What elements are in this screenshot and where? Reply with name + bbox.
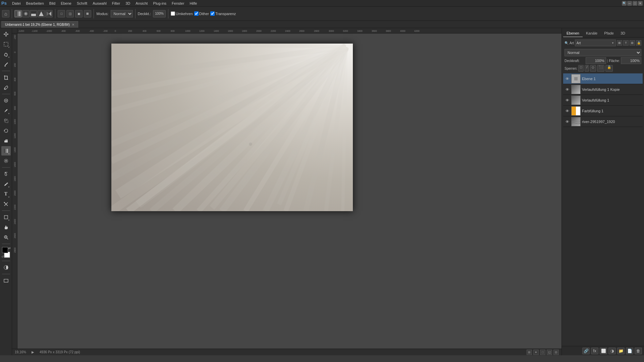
area-input-wrapper[interactable]: 100% — [621, 57, 641, 64]
minimize-button[interactable]: ─ — [627, 1, 632, 6]
menu-plugins[interactable]: Plug-ins — [150, 1, 169, 6]
mode-select[interactable]: Normal — [111, 10, 133, 17]
arrange-button-1[interactable]: □ — [58, 10, 65, 17]
layer-style-button[interactable]: fx — [591, 348, 598, 354]
gradient-tool-1[interactable] — [14, 10, 22, 17]
hand-tool[interactable] — [1, 223, 11, 232]
quick-mask-button[interactable] — [1, 263, 11, 272]
menu-bild[interactable]: Bild — [47, 1, 58, 6]
invert-label[interactable]: Umkehren — [176, 12, 193, 16]
type-tool[interactable]: T ▼ — [1, 189, 11, 199]
dodge-tool[interactable] — [1, 169, 11, 179]
layer-item-verlauf-kopie[interactable]: 👁 Verlaufsfüllung 1 Kopie — [563, 84, 643, 95]
menu-bearbeiten[interactable]: Bearbeiten — [23, 1, 47, 6]
screen-mode-button[interactable] — [1, 276, 11, 285]
selection-tool[interactable]: ▼ — [1, 40, 11, 49]
tab-3d[interactable]: 3D — [617, 30, 629, 37]
layer-icon-2[interactable]: T — [623, 40, 629, 46]
menu-datei[interactable]: Datei — [9, 1, 23, 6]
arrange-button-4[interactable]: ▩ — [84, 10, 91, 17]
arrange-button-3[interactable]: ▣ — [75, 10, 83, 17]
lock-btn-3[interactable]: ◇ — [590, 65, 596, 72]
transparency-label[interactable]: Transparenz — [215, 12, 236, 16]
gradient-tool-3[interactable] — [30, 10, 37, 17]
workspace[interactable] — [17, 34, 561, 349]
search-icon[interactable]: 🔍 — [622, 1, 627, 6]
swap-colors-icon[interactable]: ⇄ — [8, 246, 11, 250]
healing-tool[interactable] — [1, 96, 11, 105]
link-layers-button[interactable]: 🔗 — [582, 348, 590, 354]
menu-schrift[interactable]: Schrift — [74, 1, 90, 6]
layer-visibility-verlauf[interactable]: 👁 — [565, 98, 570, 103]
layer-item-farbfuellung[interactable]: 👁 Farbfüllung 1 — [563, 106, 643, 116]
status-btn-1[interactable]: ⊞ — [527, 350, 532, 355]
lasso-tool[interactable]: ▼ — [1, 50, 11, 59]
tab-channels[interactable]: Kanäle — [583, 30, 601, 37]
status-btn-5[interactable]: ⊟ — [553, 350, 559, 355]
arrange-button-2[interactable]: ◫ — [66, 10, 74, 17]
crop-tool[interactable] — [1, 73, 11, 82]
menu-filter[interactable]: Filter — [109, 1, 123, 6]
layer-icon-1[interactable]: ⊠ — [617, 40, 622, 46]
history-brush-tool[interactable] — [1, 126, 11, 135]
clone-tool[interactable] — [1, 116, 11, 125]
invert-checkbox[interactable] — [171, 11, 175, 16]
menu-3d[interactable]: 3D — [123, 1, 133, 6]
layer-visibility-farbfuellung[interactable]: 👁 — [565, 108, 570, 114]
transparency-checkbox[interactable] — [210, 11, 215, 16]
pen-tool[interactable]: ▼ — [1, 179, 11, 189]
path-selection-tool[interactable] — [1, 199, 11, 209]
layer-visibility-ebene1[interactable]: 👁 — [565, 76, 570, 81]
tab-close-icon[interactable]: ✕ — [72, 23, 74, 26]
add-mask-button[interactable]: ⬜ — [600, 348, 607, 354]
zoom-tool[interactable] — [1, 233, 11, 242]
adjustment-layer-button[interactable]: ◑ — [608, 348, 616, 354]
document-tab[interactable]: Unbenannt-1 bei 19,2% (Ebene 1, RGB/8#) … — [1, 21, 78, 28]
tab-paths[interactable]: Pfade — [601, 30, 617, 37]
color-picker[interactable]: ⇄ ↺ — [1, 246, 11, 258]
gradient-tool-5[interactable] — [45, 10, 53, 17]
layer-mode-select[interactable]: Normal — [565, 49, 641, 56]
delete-layer-button[interactable]: 🗑 — [635, 348, 642, 354]
tab-layers[interactable]: Ebenen — [563, 30, 583, 37]
dither-checkbox[interactable] — [194, 11, 199, 16]
layer-item-verlauf[interactable]: 👁 Verlaufsfüllung 1 — [563, 95, 643, 106]
opacity-value-display[interactable]: 100% — [153, 10, 166, 17]
layer-visibility-verlauf-kopie[interactable]: 👁 — [565, 87, 570, 92]
gradient-tool-2[interactable] — [22, 10, 30, 17]
menu-hilfe[interactable]: Hilfe — [187, 1, 200, 6]
eyedropper-tool[interactable] — [1, 83, 11, 92]
new-group-button[interactable]: 📁 — [617, 348, 625, 354]
move-tool[interactable] — [1, 29, 11, 39]
lock-btn-5[interactable]: 🔒 — [605, 65, 613, 72]
layer-item-ebene1[interactable]: 👁 Ebene 1 — [563, 73, 643, 84]
lock-btn-2[interactable]: / — [585, 65, 589, 72]
eraser-tool[interactable] — [1, 136, 11, 145]
new-layer-button[interactable]: 📄 — [626, 348, 633, 354]
menu-fenster[interactable]: Fenster — [169, 1, 187, 6]
lock-btn-4[interactable]: ⬛ — [597, 65, 604, 72]
status-btn-3[interactable]: □ — [540, 350, 545, 355]
maximize-button[interactable]: □ — [633, 1, 637, 6]
layer-icon-3[interactable]: ⊞ — [630, 40, 635, 46]
status-btn-4[interactable]: ◱ — [547, 350, 552, 355]
foreground-color-swatch[interactable] — [2, 247, 8, 253]
layer-item-river[interactable]: 👁 river-2951997_1920 — [563, 116, 643, 127]
layer-visibility-river[interactable]: 👁 — [565, 119, 570, 124]
blur-tool[interactable] — [1, 156, 11, 166]
menu-ansicht[interactable]: Ansicht — [133, 1, 150, 6]
lock-btn-1[interactable]: □ — [578, 65, 584, 72]
layer-icon-4[interactable]: 🔒 — [636, 40, 641, 46]
layer-type-select-wrapper[interactable]: Art ▼ — [575, 40, 616, 46]
opacity-input-wrapper[interactable]: 100% — [586, 57, 606, 64]
magic-wand-tool[interactable] — [1, 60, 11, 69]
home-button[interactable]: ⌂ — [2, 10, 9, 17]
brush-tool[interactable]: ▼ — [1, 106, 11, 115]
gradient-tool-4[interactable] — [38, 10, 45, 17]
gradient-fill-tool[interactable]: ▼ — [1, 146, 11, 156]
reset-colors-icon[interactable]: ↺ — [1, 255, 4, 258]
status-btn-2[interactable]: ✦ — [533, 350, 539, 355]
close-button[interactable]: ✕ — [638, 1, 643, 6]
shape-tool[interactable]: ▼ — [1, 213, 11, 222]
dither-label[interactable]: Dither — [199, 12, 209, 16]
